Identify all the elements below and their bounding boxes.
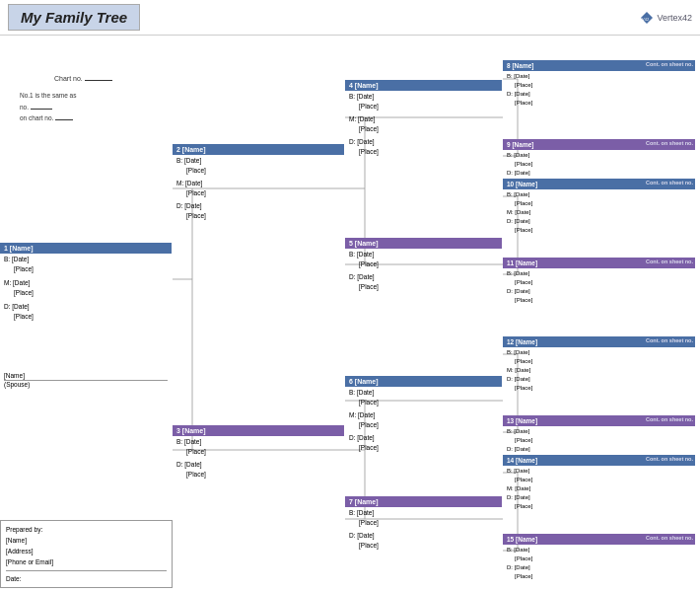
left-info-panel: Chart no. No.1 is the same as no. on cha… — [0, 75, 173, 124]
chart-area: Chart no. No.1 is the same as no. on cha… — [0, 36, 700, 592]
title-box: My Family Tree — [8, 4, 140, 31]
person-4: 4 [Name] B: [Date] [Place] M: [Date] [Pl… — [345, 80, 502, 158]
person-8: 8 [Name] Cont. on sheet no. B: [Date] [P… — [503, 60, 695, 109]
person-2: 2 [Name] B: [Date] [Place] M: [Date] [Pl… — [173, 144, 344, 222]
footer-info-box: Prepared by: [Name] [Address] [Phone or … — [0, 520, 173, 588]
person-6: 6 [Name] B: [Date] [Place] M: [Date] [Pl… — [345, 376, 502, 454]
svg-text:V42: V42 — [642, 17, 650, 22]
person-1-spouse: [Name] (Spouse) — [0, 371, 172, 389]
person-12: 12 [Name] Cont. on sheet no. B: [Date] [… — [503, 336, 695, 394]
header: My Family Tree V42 Vertex42 — [0, 0, 700, 36]
person-3: 3 [Name] B: [Date] [Place] D: [Date] [Pl… — [173, 425, 344, 481]
person-5: 5 [Name] B: [Date] [Place] D: [Date] [Pl… — [345, 238, 502, 294]
person-15: 15 [Name] Cont. on sheet no. B: [Date] [… — [503, 534, 695, 582]
person-7: 7 [Name] B: [Date] [Place] D: [Date] [Pl… — [345, 496, 502, 553]
person-1: 1 [Name] B: [Date] [Place] M: [Date] [Pl… — [0, 243, 172, 323]
person-1-body: B: [Date] [Place] M: [Date] [Place] D: [… — [0, 254, 172, 323]
person-11: 11 [Name] Cont. on sheet no. B: [Date] [… — [503, 258, 695, 306]
logo: V42 Vertex42 — [640, 11, 692, 25]
person-10: 10 [Name] Cont. on sheet no. B: [Date] [… — [503, 179, 695, 236]
person-14: 14 [Name] Cont. on sheet no. B: [Date] [… — [503, 455, 695, 512]
logo-icon: V42 — [640, 11, 654, 25]
person-1-header: 1 [Name] — [0, 243, 172, 254]
